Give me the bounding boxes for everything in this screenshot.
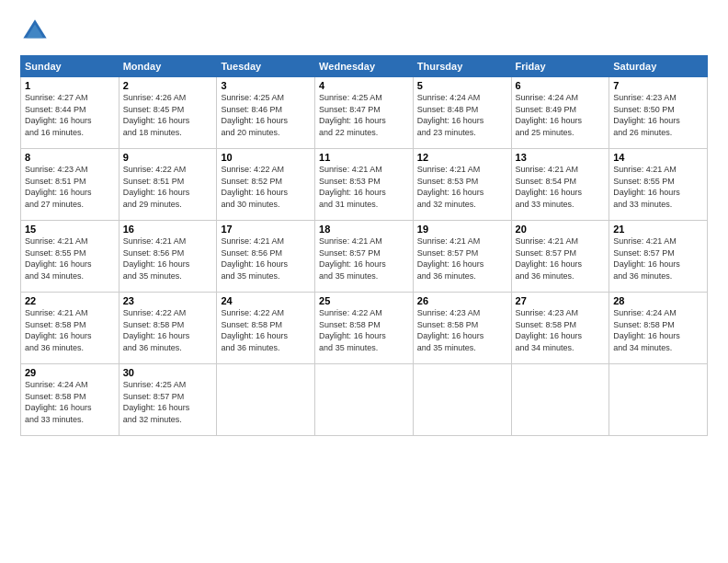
day-info: Sunrise: 4:21 AM Sunset: 8:55 PM Dayligh… <box>25 236 115 282</box>
day-number: 2 <box>123 80 213 91</box>
day-info: Sunrise: 4:21 AM Sunset: 8:56 PM Dayligh… <box>123 236 213 282</box>
day-info: Sunrise: 4:21 AM Sunset: 8:58 PM Dayligh… <box>25 307 115 353</box>
calendar-day-12: 12Sunrise: 4:21 AM Sunset: 8:53 PM Dayli… <box>413 149 511 221</box>
calendar-week-1: 1Sunrise: 4:27 AM Sunset: 8:44 PM Daylig… <box>21 77 708 149</box>
calendar-day-17: 17Sunrise: 4:21 AM Sunset: 8:56 PM Dayli… <box>217 221 315 293</box>
day-number: 24 <box>221 295 311 306</box>
day-number: 25 <box>319 295 409 306</box>
day-info: Sunrise: 4:25 AM Sunset: 8:47 PM Dayligh… <box>319 92 409 138</box>
calendar-week-4: 22Sunrise: 4:21 AM Sunset: 8:58 PM Dayli… <box>21 293 708 364</box>
day-number: 23 <box>123 295 213 306</box>
day-info: Sunrise: 4:25 AM Sunset: 8:46 PM Dayligh… <box>221 92 311 138</box>
calendar-day-30: 30Sunrise: 4:25 AM Sunset: 8:57 PM Dayli… <box>119 364 217 436</box>
day-info: Sunrise: 4:21 AM Sunset: 8:56 PM Dayligh… <box>221 236 311 282</box>
calendar-week-3: 15Sunrise: 4:21 AM Sunset: 8:55 PM Dayli… <box>21 221 708 293</box>
calendar-day-4: 4Sunrise: 4:25 AM Sunset: 8:47 PM Daylig… <box>315 77 414 149</box>
day-number: 12 <box>417 152 507 163</box>
day-number: 26 <box>417 295 507 306</box>
day-info: Sunrise: 4:27 AM Sunset: 8:44 PM Dayligh… <box>25 92 115 138</box>
day-info: Sunrise: 4:21 AM Sunset: 8:57 PM Dayligh… <box>319 236 409 282</box>
page: SundayMondayTuesdayWednesdayThursdayFrid… <box>0 0 728 563</box>
calendar-day-2: 2Sunrise: 4:26 AM Sunset: 8:45 PM Daylig… <box>119 77 217 149</box>
calendar-day-14: 14Sunrise: 4:21 AM Sunset: 8:55 PM Dayli… <box>609 149 708 221</box>
day-number: 11 <box>319 152 409 163</box>
day-number: 13 <box>516 152 606 163</box>
header <box>20 17 708 46</box>
day-number: 7 <box>613 80 703 91</box>
day-info: Sunrise: 4:21 AM Sunset: 8:54 PM Dayligh… <box>516 164 606 210</box>
calendar-day-16: 16Sunrise: 4:21 AM Sunset: 8:56 PM Dayli… <box>119 221 217 293</box>
day-info: Sunrise: 4:22 AM Sunset: 8:58 PM Dayligh… <box>319 307 409 353</box>
calendar-header-monday: Monday <box>119 56 217 77</box>
calendar-day-24: 24Sunrise: 4:22 AM Sunset: 8:58 PM Dayli… <box>217 293 315 364</box>
calendar-day-8: 8Sunrise: 4:23 AM Sunset: 8:51 PM Daylig… <box>21 149 119 221</box>
day-number: 3 <box>221 80 311 91</box>
day-number: 18 <box>319 224 409 235</box>
day-info: Sunrise: 4:25 AM Sunset: 8:57 PM Dayligh… <box>123 379 213 425</box>
calendar-day-13: 13Sunrise: 4:21 AM Sunset: 8:54 PM Dayli… <box>511 149 609 221</box>
day-info: Sunrise: 4:24 AM Sunset: 8:48 PM Dayligh… <box>417 92 507 138</box>
calendar-day-29: 29Sunrise: 4:24 AM Sunset: 8:58 PM Dayli… <box>21 364 119 436</box>
calendar-day-1: 1Sunrise: 4:27 AM Sunset: 8:44 PM Daylig… <box>21 77 119 149</box>
calendar-header-row: SundayMondayTuesdayWednesdayThursdayFrid… <box>21 56 708 77</box>
calendar-day-15: 15Sunrise: 4:21 AM Sunset: 8:55 PM Dayli… <box>21 221 119 293</box>
calendar-day-6: 6Sunrise: 4:24 AM Sunset: 8:49 PM Daylig… <box>511 77 609 149</box>
logo-icon <box>20 17 50 46</box>
day-info: Sunrise: 4:21 AM Sunset: 8:53 PM Dayligh… <box>319 164 409 210</box>
day-info: Sunrise: 4:26 AM Sunset: 8:45 PM Dayligh… <box>123 92 213 138</box>
day-number: 10 <box>221 152 311 163</box>
calendar-week-2: 8Sunrise: 4:23 AM Sunset: 8:51 PM Daylig… <box>21 149 708 221</box>
day-info: Sunrise: 4:23 AM Sunset: 8:58 PM Dayligh… <box>516 307 606 353</box>
day-number: 6 <box>516 80 606 91</box>
day-info: Sunrise: 4:21 AM Sunset: 8:57 PM Dayligh… <box>516 236 606 282</box>
day-info: Sunrise: 4:23 AM Sunset: 8:50 PM Dayligh… <box>613 92 703 138</box>
day-info: Sunrise: 4:21 AM Sunset: 8:55 PM Dayligh… <box>613 164 703 210</box>
day-info: Sunrise: 4:22 AM Sunset: 8:52 PM Dayligh… <box>221 164 311 210</box>
day-info: Sunrise: 4:22 AM Sunset: 8:51 PM Dayligh… <box>123 164 213 210</box>
day-info: Sunrise: 4:21 AM Sunset: 8:53 PM Dayligh… <box>417 164 507 210</box>
logo <box>20 17 53 46</box>
calendar-day-7: 7Sunrise: 4:23 AM Sunset: 8:50 PM Daylig… <box>609 77 708 149</box>
day-number: 19 <box>417 224 507 235</box>
calendar-empty <box>217 364 315 436</box>
day-number: 20 <box>516 224 606 235</box>
calendar-empty <box>315 364 414 436</box>
calendar-day-28: 28Sunrise: 4:24 AM Sunset: 8:58 PM Dayli… <box>609 293 708 364</box>
calendar-day-25: 25Sunrise: 4:22 AM Sunset: 8:58 PM Dayli… <box>315 293 414 364</box>
day-info: Sunrise: 4:24 AM Sunset: 8:58 PM Dayligh… <box>613 307 703 353</box>
calendar-body: 1Sunrise: 4:27 AM Sunset: 8:44 PM Daylig… <box>21 77 708 436</box>
calendar-header-tuesday: Tuesday <box>217 56 315 77</box>
calendar-day-21: 21Sunrise: 4:21 AM Sunset: 8:57 PM Dayli… <box>609 221 708 293</box>
day-info: Sunrise: 4:21 AM Sunset: 8:57 PM Dayligh… <box>417 236 507 282</box>
calendar-day-3: 3Sunrise: 4:25 AM Sunset: 8:46 PM Daylig… <box>217 77 315 149</box>
day-number: 9 <box>123 152 213 163</box>
day-number: 22 <box>25 295 115 306</box>
day-info: Sunrise: 4:23 AM Sunset: 8:58 PM Dayligh… <box>417 307 507 353</box>
day-number: 16 <box>123 224 213 235</box>
calendar-header-thursday: Thursday <box>413 56 511 77</box>
day-number: 14 <box>613 152 703 163</box>
day-number: 8 <box>25 152 115 163</box>
calendar-week-5: 29Sunrise: 4:24 AM Sunset: 8:58 PM Dayli… <box>21 364 708 436</box>
calendar-day-22: 22Sunrise: 4:21 AM Sunset: 8:58 PM Dayli… <box>21 293 119 364</box>
calendar-day-11: 11Sunrise: 4:21 AM Sunset: 8:53 PM Dayli… <box>315 149 414 221</box>
day-number: 15 <box>25 224 115 235</box>
day-info: Sunrise: 4:23 AM Sunset: 8:51 PM Dayligh… <box>25 164 115 210</box>
day-number: 30 <box>123 367 213 378</box>
calendar-empty <box>609 364 708 436</box>
calendar-day-20: 20Sunrise: 4:21 AM Sunset: 8:57 PM Dayli… <box>511 221 609 293</box>
day-number: 27 <box>516 295 606 306</box>
day-number: 1 <box>25 80 115 91</box>
calendar-header-wednesday: Wednesday <box>315 56 414 77</box>
day-number: 28 <box>613 295 703 306</box>
calendar-header-saturday: Saturday <box>609 56 708 77</box>
day-number: 4 <box>319 80 409 91</box>
calendar-table: SundayMondayTuesdayWednesdayThursdayFrid… <box>20 55 708 436</box>
calendar-day-5: 5Sunrise: 4:24 AM Sunset: 8:48 PM Daylig… <box>413 77 511 149</box>
day-number: 29 <box>25 367 115 378</box>
calendar-day-19: 19Sunrise: 4:21 AM Sunset: 8:57 PM Dayli… <box>413 221 511 293</box>
day-info: Sunrise: 4:24 AM Sunset: 8:58 PM Dayligh… <box>25 379 115 425</box>
calendar-day-10: 10Sunrise: 4:22 AM Sunset: 8:52 PM Dayli… <box>217 149 315 221</box>
calendar-day-26: 26Sunrise: 4:23 AM Sunset: 8:58 PM Dayli… <box>413 293 511 364</box>
day-info: Sunrise: 4:24 AM Sunset: 8:49 PM Dayligh… <box>516 92 606 138</box>
